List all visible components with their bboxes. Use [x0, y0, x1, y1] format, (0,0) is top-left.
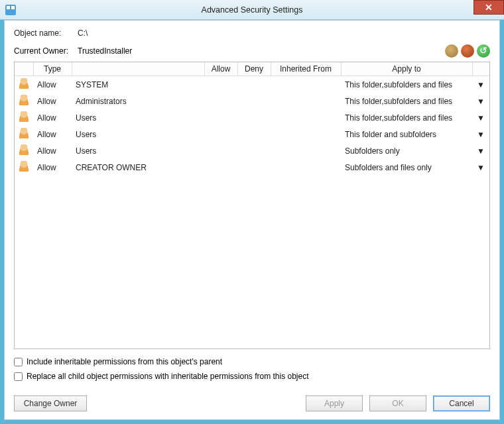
table-row[interactable]: AllowUsersThis folder,subfolders and fil…: [15, 109, 489, 126]
cell-principal: Users: [72, 109, 204, 126]
user-icon: [19, 144, 29, 155]
cell-type: Allow: [33, 126, 72, 142]
expand-row-icon[interactable]: ▼: [472, 76, 489, 93]
cell-deny: [237, 126, 271, 142]
user-icon: [19, 128, 29, 138]
object-name-row: Object name: C:\: [14, 28, 490, 38]
cell-principal: Users: [72, 142, 204, 159]
cell-inherited: [271, 109, 341, 126]
user-icon: [19, 161, 29, 172]
current-owner-value: TrustedInstaller: [78, 46, 132, 56]
cell-inherited: [271, 142, 341, 159]
shield-gold-icon[interactable]: [445, 44, 458, 58]
cell-allow: [204, 76, 237, 93]
cell-inherited: [271, 93, 341, 109]
titlebar: Advanced Security Settings ✕: [0, 0, 504, 20]
replace-checkbox[interactable]: [14, 372, 23, 381]
cell-allow: [204, 109, 237, 126]
cell-inherited: [271, 126, 341, 142]
cell-deny: [237, 159, 271, 176]
table-row[interactable]: AllowUsersThis folder and subfolders▼: [15, 126, 489, 142]
expand-row-icon[interactable]: ▼: [472, 93, 489, 109]
owner-row: Current Owner: TrustedInstaller: [14, 44, 490, 58]
refresh-icon[interactable]: [477, 44, 490, 58]
current-owner-label: Current Owner:: [14, 46, 78, 56]
cell-applyto: Subfolders and files only: [341, 159, 472, 176]
close-icon: ✕: [485, 2, 493, 13]
col-type-header[interactable]: Type: [33, 62, 72, 76]
cell-applyto: This folder,subfolders and files: [341, 76, 472, 93]
cell-type: Allow: [33, 109, 72, 126]
apply-button[interactable]: Apply: [306, 396, 363, 411]
col-principal-header[interactable]: [72, 62, 204, 76]
cell-principal: Users: [72, 126, 204, 142]
cell-inherited: [271, 159, 341, 176]
cell-applyto: This folder,subfolders and files: [341, 93, 472, 109]
checkbox-group: Include inheritable permissions from thi…: [14, 357, 490, 386]
cell-principal: Administrators: [72, 93, 204, 109]
object-name-value: C:\: [78, 28, 88, 38]
cell-deny: [237, 142, 271, 159]
cell-applyto: This folder,subfolders and files: [341, 109, 472, 126]
shield-red-icon[interactable]: [461, 44, 474, 58]
table-row[interactable]: AllowAdministratorsThis folder,subfolder…: [15, 93, 489, 109]
change-owner-button[interactable]: Change Owner: [14, 396, 87, 411]
close-button[interactable]: ✕: [473, 0, 504, 15]
cell-deny: [237, 109, 271, 126]
user-icon: [19, 111, 29, 122]
col-allow-header[interactable]: Allow: [204, 62, 237, 76]
cell-type: Allow: [33, 142, 72, 159]
cell-allow: [204, 93, 237, 109]
window-title: Advanced Security Settings: [0, 5, 504, 15]
expand-row-icon[interactable]: ▼: [472, 109, 489, 126]
cell-applyto: Subfolders only: [341, 142, 472, 159]
cell-allow: [204, 126, 237, 142]
expand-row-icon[interactable]: ▼: [472, 159, 489, 176]
cell-type: Allow: [33, 159, 72, 176]
inherit-checkbox-label: Include inheritable permissions from thi…: [27, 357, 222, 366]
replace-checkbox-row[interactable]: Replace all child object permissions wit…: [14, 372, 490, 381]
grid-header-row: Type Allow Deny Inherited From Apply to: [15, 62, 489, 76]
cell-applyto: This folder and subfolders: [341, 126, 472, 142]
user-icon: [19, 78, 29, 89]
expand-row-icon[interactable]: ▼: [472, 142, 489, 159]
user-icon: [19, 95, 29, 105]
advanced-security-window: Advanced Security Settings ✕ Object name…: [0, 0, 504, 424]
footer-buttons: Change Owner Apply OK Cancel: [14, 396, 490, 411]
cell-principal: SYSTEM: [72, 76, 204, 93]
inherit-checkbox[interactable]: [14, 358, 23, 366]
cell-deny: [237, 76, 271, 93]
table-row[interactable]: AllowUsersSubfolders only▼: [15, 142, 489, 159]
col-inherited-header[interactable]: Inherited From: [271, 62, 341, 76]
cell-allow: [204, 142, 237, 159]
content-area: Object name: C:\ Current Owner: TrustedI…: [4, 20, 500, 420]
replace-checkbox-label: Replace all child object permissions wit…: [27, 372, 309, 381]
cell-type: Allow: [33, 93, 72, 109]
col-applyto-header[interactable]: Apply to: [341, 62, 472, 76]
col-expand-header[interactable]: [472, 62, 489, 76]
inherit-checkbox-row[interactable]: Include inheritable permissions from thi…: [14, 357, 490, 366]
cell-principal: CREATOR OWNER: [72, 159, 204, 176]
cell-inherited: [271, 76, 341, 93]
cell-type: Allow: [33, 76, 72, 93]
col-deny-header[interactable]: Deny: [237, 62, 271, 76]
expand-row-icon[interactable]: ▼: [472, 126, 489, 142]
table-row[interactable]: AllowSYSTEMThis folder,subfolders and fi…: [15, 76, 489, 93]
ok-button[interactable]: OK: [369, 396, 426, 411]
table-row[interactable]: AllowCREATOR OWNERSubfolders and files o…: [15, 159, 489, 176]
cell-deny: [237, 93, 271, 109]
col-icon-header[interactable]: [15, 62, 33, 76]
toolbar-icons: [445, 44, 490, 58]
cell-allow: [204, 159, 237, 176]
permissions-grid: Type Allow Deny Inherited From Apply to …: [14, 62, 490, 349]
cancel-button[interactable]: Cancel: [433, 396, 490, 411]
object-name-label: Object name:: [14, 28, 78, 38]
